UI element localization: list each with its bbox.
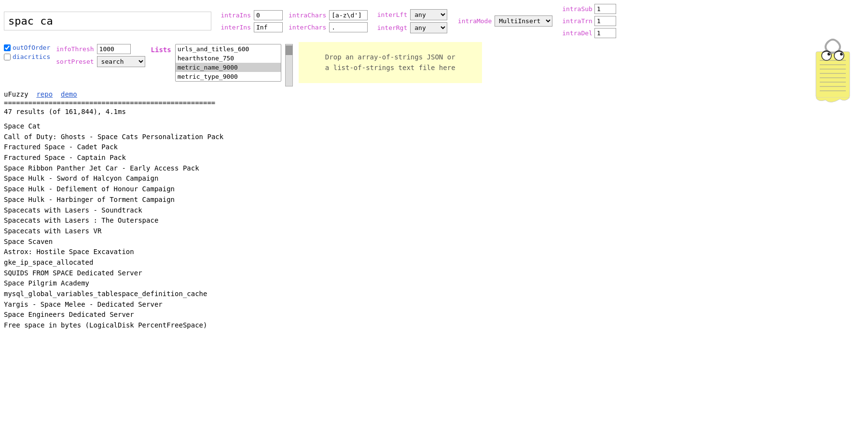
result-item-16: Space Pilgrim Academy xyxy=(4,278,864,289)
result-item-18: Yargis - Space Melee - Dedicated Server xyxy=(4,299,864,310)
interChars-input[interactable]: . xyxy=(329,22,368,32)
highlight-space-7: Spac xyxy=(4,185,20,193)
intraSub-input[interactable]: 1 xyxy=(594,4,616,14)
results-section: uFuzzy repo demo =======================… xyxy=(4,90,864,331)
sortPreset-label: sortPreset xyxy=(56,58,94,65)
divider-line: ========================================… xyxy=(4,99,864,107)
intraIns-input[interactable]: 0 xyxy=(254,10,283,20)
interIns-row: interIns Inf xyxy=(217,22,283,32)
dropzone-line1: Drop an array-of-strings JSON or xyxy=(325,53,455,61)
interChars-row: interChars . xyxy=(289,22,368,32)
diacritics-label[interactable]: diacritics xyxy=(13,53,50,60)
highlight-space-12: Spac xyxy=(4,238,20,245)
result-item-14: gke_ip_space_allocated xyxy=(4,257,864,268)
result-item-3: Fractured Space - Cadet Pack xyxy=(4,142,864,153)
highlight-space-3: Spac xyxy=(44,143,61,151)
highlight-ca-2: Ca xyxy=(122,133,130,141)
highlight-space-16: Spac xyxy=(4,279,20,287)
drop-zone[interactable]: Drop an array-of-strings JSON or a list-… xyxy=(299,42,482,83)
highlight-space-8: Spac xyxy=(4,196,20,203)
result-item-12: Space Scaven xyxy=(4,237,864,247)
result-item-13: Astrox: Hostile Space Excavation xyxy=(4,247,864,257)
highlight-ca-17: ca xyxy=(187,290,195,298)
result-item-10: Spacecats with Lasers : The Outerspace xyxy=(4,215,864,226)
interLft-label: interLft xyxy=(373,11,407,18)
highlight-space-1: Spac xyxy=(4,122,20,130)
infoThresh-row: infoThresh 1000 xyxy=(56,44,145,54)
result-item-15: SQUIDS FROM SPACE Dedicated Server xyxy=(4,268,864,279)
intra-sub-group: intraSub 1 intraTrn 1 intraDel 1 xyxy=(562,4,616,38)
interChars-label: interChars xyxy=(289,24,326,31)
lists-scrollbar[interactable] xyxy=(285,44,293,86)
intraChars-label: intraChars xyxy=(289,12,326,19)
highlight-ca-19: ca xyxy=(85,311,94,318)
intraChars-input[interactable]: [a-z\d'] xyxy=(329,10,368,20)
highlight-ca-14: ca xyxy=(73,258,81,266)
search-input[interactable]: spac ca xyxy=(4,12,211,30)
interRgt-row: interRgt any strict loose xyxy=(373,22,447,33)
sortPreset-select[interactable]: search rank alpha xyxy=(97,56,145,67)
intraIns-label: intraIns xyxy=(217,12,251,19)
highlight-ca-10: ca xyxy=(24,216,32,224)
result-item-9: Spacecats with Lasers - Soundtrack xyxy=(4,205,864,216)
repo-link[interactable]: repo xyxy=(36,90,53,98)
intra-inter-ins-group: intraIns 0 interIns Inf xyxy=(217,10,283,32)
intraSub-row: intraSub 1 xyxy=(562,4,616,14)
outOfOrder-checkbox[interactable] xyxy=(4,44,11,51)
lists-select[interactable]: urls_and_titles_600 hearthstone_750 metr… xyxy=(175,44,281,82)
highlight-space-14: space xyxy=(32,258,53,266)
intraDel-row: intraDel 1 xyxy=(562,28,616,38)
interIns-input[interactable]: Inf xyxy=(254,22,283,32)
diacritics-checkbox[interactable] xyxy=(4,54,11,60)
top-controls: spac ca intraIns 0 interIns Inf intraCha… xyxy=(4,4,864,38)
intraIns-row: intraIns 0 xyxy=(217,10,283,20)
intraTrn-input[interactable]: 1 xyxy=(594,16,616,26)
highlight-space-10: Spac xyxy=(4,216,20,224)
highlight-ca-13: ca xyxy=(101,248,110,256)
highlight-ca-11: ca xyxy=(24,227,32,235)
interLft-select[interactable]: any strict loose xyxy=(410,9,447,20)
result-item-11: Spacecats with Lasers VR xyxy=(4,226,864,237)
intraDel-label: intraDel xyxy=(562,29,592,37)
intraSub-label: intraSub xyxy=(562,5,592,13)
ufuzzy-line: uFuzzy repo demo xyxy=(4,90,864,98)
highlight-space-6: Spac xyxy=(4,174,20,182)
result-item-20: Free space in bytes (LogicalDisk Percent… xyxy=(4,320,864,331)
stats-line: 47 results (of 161,844), 4.1ms xyxy=(4,108,864,115)
outOfOrder-row: outOfOrder xyxy=(4,44,50,51)
result-item-6: Space Hulk - Sword of Halcyon Campaign xyxy=(4,173,864,184)
highlight-space-11: Spac xyxy=(4,227,20,235)
highlight-ca-3: Ca xyxy=(77,143,85,151)
infoThresh-label: infoThresh xyxy=(56,45,94,53)
intraMode-group: intraMode MultiInsert SingleError xyxy=(453,15,552,27)
highlight-ca-4: Ca xyxy=(77,154,85,161)
highlight-ca-6: Ca xyxy=(126,174,134,182)
clippy-character xyxy=(801,37,859,114)
highlight-ca-8: Ca xyxy=(142,196,151,203)
result-item-8: Space Hulk - Harbinger of Torment Campai… xyxy=(4,195,864,205)
result-item-17: mysql_global_variables_tablespace_defini… xyxy=(4,289,864,299)
highlight-ca-12: ca xyxy=(32,238,41,245)
intraTrn-label: intraTrn xyxy=(562,17,592,25)
highlight-ca-5: Ca xyxy=(106,164,114,172)
highlight-ca-1: Ca xyxy=(28,122,37,130)
infoThresh-input[interactable]: 1000 xyxy=(97,44,131,54)
interLft-row: interLft any strict loose xyxy=(373,9,447,20)
highlight-ca-20: ca xyxy=(106,321,114,329)
intraMode-select[interactable]: MultiInsert SingleError xyxy=(495,15,552,27)
info-thresh-group: infoThresh 1000 sortPreset search rank a… xyxy=(56,44,145,67)
result-item-4: Fractured Space - Captain Pack xyxy=(4,153,864,163)
interRgt-select[interactable]: any strict loose xyxy=(410,22,447,33)
intraTrn-row: intraTrn 1 xyxy=(562,16,616,26)
lists-group: Lists urls_and_titles_600 hearthstone_75… xyxy=(151,44,293,86)
highlight-ca-7: Ca xyxy=(142,185,151,193)
highlight-ca-18: ca xyxy=(114,300,122,308)
highlight-space-17: spac xyxy=(118,290,134,298)
highlight-space-9: Spac xyxy=(4,206,20,214)
interRgt-label: interRgt xyxy=(373,24,407,31)
demo-link[interactable]: demo xyxy=(61,90,77,98)
highlight-space-15: SPAC xyxy=(53,269,69,277)
outOfOrder-label[interactable]: outOfOrder xyxy=(13,44,50,51)
intraDel-input[interactable]: 1 xyxy=(594,28,616,38)
result-item-7: Space Hulk - Defilement of Honour Campai… xyxy=(4,184,864,195)
